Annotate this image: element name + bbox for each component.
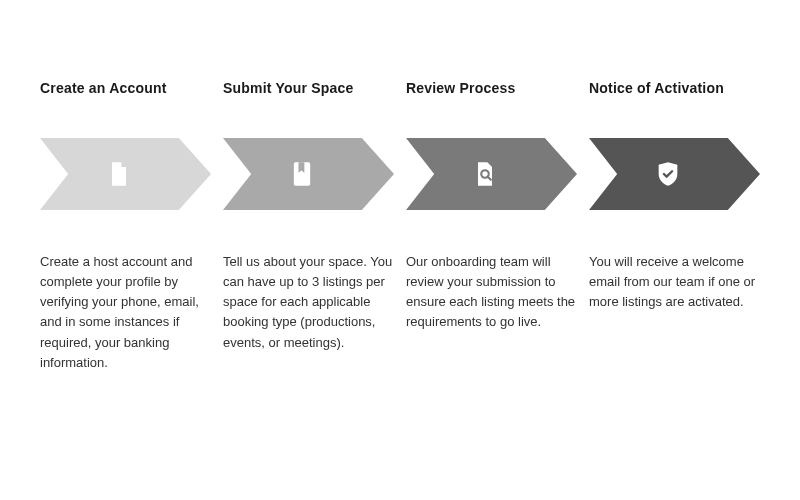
step-submit-space: Submit Your Space Tell us about your spa…	[223, 80, 394, 373]
shield-check-icon	[654, 160, 682, 188]
step-review-process: Review Process Our onboarding team will …	[406, 80, 577, 373]
step-notice-activation: Notice of Activation You will receive a …	[589, 80, 760, 373]
step-arrow	[589, 138, 760, 210]
step-title: Notice of Activation	[589, 80, 760, 96]
step-description: Tell us about your space. You can have u…	[223, 252, 394, 353]
step-create-account: Create an Account Create a host account …	[40, 80, 211, 373]
step-title: Submit Your Space	[223, 80, 394, 96]
step-arrow	[223, 138, 394, 210]
step-title: Create an Account	[40, 80, 211, 96]
step-arrow	[406, 138, 577, 210]
magnify-doc-icon	[471, 160, 499, 188]
bookmark-icon	[288, 160, 316, 188]
step-arrow	[40, 138, 211, 210]
step-title: Review Process	[406, 80, 577, 96]
step-description: You will receive a welcome email from ou…	[589, 252, 760, 312]
step-description: Create a host account and complete your …	[40, 252, 211, 373]
step-description: Our onboarding team will review your sub…	[406, 252, 577, 333]
process-steps: Create an Account Create a host account …	[40, 80, 760, 373]
document-icon	[105, 160, 133, 188]
